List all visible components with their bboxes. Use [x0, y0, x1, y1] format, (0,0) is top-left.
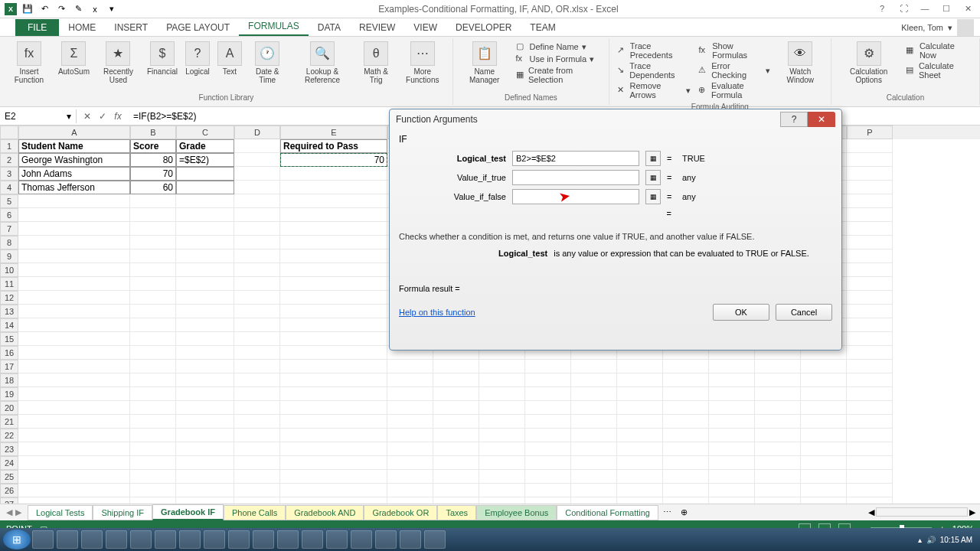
row-header[interactable]: 7 [0, 222, 18, 236]
taskbar-app-icon[interactable] [351, 530, 372, 549]
taskbar-app-icon[interactable] [375, 530, 397, 549]
cell[interactable] [571, 497, 617, 504]
cell[interactable] [479, 360, 525, 373]
cell[interactable] [387, 470, 433, 484]
cell[interactable] [755, 484, 801, 497]
cell[interactable]: George Washington [18, 153, 130, 167]
cell[interactable] [130, 484, 176, 497]
taskbar-app-icon[interactable] [32, 530, 54, 549]
cell[interactable] [801, 401, 847, 415]
sheet-tab[interactable]: Phone Calls [224, 505, 286, 520]
cell[interactable] [617, 415, 663, 429]
cell[interactable] [130, 194, 176, 208]
autosum-button[interactable]: ΣAutoSum [55, 40, 93, 77]
cell[interactable] [280, 318, 387, 332]
cell[interactable] [847, 236, 893, 249]
taskbar-app-icon[interactable] [424, 530, 446, 549]
cell[interactable] [571, 470, 617, 484]
create-from-selection-button[interactable]: ▦Create from Selection [516, 66, 601, 84]
help-link[interactable]: Help on this function [399, 308, 475, 317]
cell[interactable] [433, 401, 479, 415]
cell[interactable] [280, 181, 387, 194]
cell[interactable] [525, 497, 571, 504]
col-header[interactable]: P [847, 126, 893, 139]
row-header[interactable]: 23 [0, 442, 18, 456]
save-icon[interactable]: 💾 [21, 3, 34, 15]
new-sheet-icon[interactable]: ⊕ [676, 507, 692, 517]
cell[interactable] [18, 236, 130, 249]
qat-dropdown-icon[interactable]: ▾ [106, 3, 118, 15]
cell[interactable] [280, 167, 387, 181]
tab-page-layout[interactable]: PAGE LAYOUT [157, 19, 239, 36]
sheet-tab[interactable]: Gradebook AND [286, 505, 364, 520]
tab-home[interactable]: HOME [59, 19, 105, 36]
cell[interactable] [234, 346, 280, 360]
cell[interactable] [801, 442, 847, 456]
cell[interactable] [433, 429, 479, 442]
start-button[interactable]: ⊞ [3, 530, 31, 549]
taskbar-app-icon[interactable] [326, 530, 348, 549]
logical-button[interactable]: ?Logical [182, 40, 213, 77]
trace-precedents-button[interactable]: ↗Trace Precedents [617, 41, 691, 60]
cell[interactable] [571, 401, 617, 415]
row-header[interactable]: 19 [0, 387, 18, 401]
tab-data[interactable]: DATA [309, 19, 350, 36]
close-icon[interactable]: ✕ [960, 4, 975, 14]
taskbar-app-icon[interactable] [277, 530, 299, 549]
cell[interactable] [433, 456, 479, 470]
cell[interactable] [847, 305, 893, 318]
row-header[interactable]: 18 [0, 373, 18, 387]
cell[interactable] [847, 181, 893, 194]
calculation-options-button[interactable]: ⚙Calculation Options [836, 40, 902, 86]
tab-view[interactable]: VIEW [404, 19, 446, 36]
cell[interactable] [176, 305, 234, 318]
row-header[interactable]: 24 [0, 456, 18, 470]
cell[interactable] [663, 415, 709, 429]
cell[interactable] [755, 415, 801, 429]
cell[interactable] [755, 456, 801, 470]
cell[interactable] [234, 470, 280, 484]
cell[interactable] [130, 318, 176, 332]
minimize-icon[interactable]: — [917, 4, 933, 14]
sheet-tab[interactable]: Shipping IF [93, 505, 152, 520]
cell[interactable]: Required to Pass [280, 139, 387, 153]
maximize-icon[interactable]: ☐ [939, 4, 954, 14]
cell[interactable] [280, 332, 387, 346]
cell[interactable] [847, 497, 893, 504]
taskbar-app-icon[interactable] [106, 530, 127, 549]
cell[interactable] [847, 208, 893, 222]
cell[interactable] [130, 360, 176, 373]
cell[interactable] [234, 497, 280, 504]
cell[interactable] [663, 360, 709, 373]
sheet-tab[interactable]: Taxes [437, 505, 476, 520]
taskbar-app-icon[interactable] [130, 530, 152, 549]
cell[interactable] [525, 429, 571, 442]
cell[interactable] [617, 484, 663, 497]
cell[interactable] [847, 194, 893, 208]
cell[interactable] [571, 415, 617, 429]
cell[interactable] [755, 387, 801, 401]
ribbon-options-icon[interactable]: ⛶ [896, 4, 911, 14]
cell[interactable] [280, 360, 387, 373]
define-name-button[interactable]: ▢Define Name ▾ [516, 41, 601, 52]
cell[interactable] [234, 484, 280, 497]
cell[interactable] [176, 415, 234, 429]
cell[interactable] [801, 456, 847, 470]
cell[interactable] [801, 484, 847, 497]
cell[interactable] [387, 442, 433, 456]
cell[interactable] [387, 401, 433, 415]
row-header[interactable]: 1 [0, 139, 18, 153]
cell[interactable] [387, 484, 433, 497]
cell[interactable] [280, 415, 387, 429]
cell[interactable] [176, 442, 234, 456]
cell[interactable] [709, 415, 755, 429]
cell[interactable] [130, 291, 176, 305]
cell[interactable] [176, 332, 234, 346]
cell[interactable] [176, 167, 234, 181]
text-button[interactable]: AText [214, 40, 245, 77]
cell[interactable] [801, 470, 847, 484]
cell[interactable] [234, 263, 280, 277]
cell[interactable] [479, 373, 525, 387]
cell[interactable] [617, 497, 663, 504]
cell[interactable] [571, 442, 617, 456]
